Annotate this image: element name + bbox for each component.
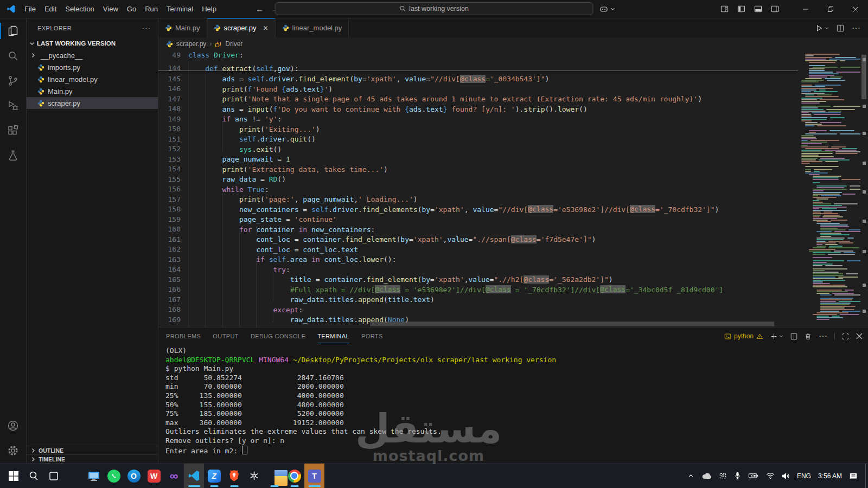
code-line[interactable]: 155raw_data = RD()	[158, 171, 798, 182]
code-line[interactable]: 164try:	[158, 262, 798, 272]
onedrive-icon[interactable]	[701, 472, 712, 479]
taskbar-teams[interactable]: T	[304, 464, 324, 488]
split-terminal-icon[interactable]	[790, 333, 797, 340]
scrollbar-thumb[interactable]	[861, 55, 866, 99]
code-line[interactable]: 49class Driver:	[158, 50, 798, 61]
code-line[interactable]: 169raw_data.titles.append(None)	[158, 312, 798, 322]
new-terminal-button[interactable]	[770, 333, 783, 340]
show-desktop-button[interactable]	[865, 464, 868, 488]
code-line[interactable]: 165title = container.find_element(by='xp…	[158, 272, 798, 282]
taskbar-desktop[interactable]	[84, 464, 104, 488]
horizontal-scrollbar[interactable]	[370, 322, 774, 326]
command-center-search[interactable]: last working version	[275, 2, 593, 15]
code-editor[interactable]: 49class Driver:144def extract(self,gov):…	[158, 50, 798, 327]
menu-edit[interactable]: Edit	[40, 3, 61, 15]
menu-selection[interactable]: Selection	[61, 3, 98, 15]
language-indicator[interactable]: ENG	[797, 472, 811, 480]
workspace-root-folder[interactable]: LAST WORKING VERSION	[27, 37, 158, 49]
toggle-secondary-sidebar-icon[interactable]	[771, 5, 779, 13]
clock[interactable]: 3:56 AM	[818, 472, 842, 480]
activitybar-accounts[interactable]	[0, 413, 26, 438]
vertical-scrollbar[interactable]	[860, 50, 868, 327]
tab-main.py[interactable]: Main.py	[158, 18, 207, 37]
taskbar-search[interactable]	[23, 464, 43, 488]
taskbar-chrome[interactable]	[284, 464, 304, 488]
taskbar-file-explorer[interactable]	[264, 464, 284, 488]
notification-center-icon[interactable]	[849, 472, 858, 480]
split-editor-icon[interactable]	[837, 24, 844, 32]
panel-tab-ports[interactable]: PORTS	[361, 330, 383, 343]
panel-tab-problems[interactable]: PROBLEMS	[166, 330, 201, 343]
toggle-primary-sidebar-icon[interactable]	[737, 5, 745, 13]
code-line[interactable]: 153page_numwait = 1	[158, 151, 798, 162]
code-line[interactable]: 152sys.exit()	[158, 142, 798, 152]
menu-run[interactable]: Run	[141, 3, 162, 15]
code-line[interactable]: 150print('Exiting...')	[158, 121, 798, 132]
menu-view[interactable]: View	[99, 3, 123, 15]
code-line[interactable]: 157print('page:', page_numwait,' Loading…	[158, 191, 798, 202]
nav-back-icon[interactable]: ←	[256, 4, 264, 14]
sidebar-section-timeline[interactable]: TIMELINE	[27, 454, 158, 463]
code-line[interactable]: 151self.driver.quit()	[158, 131, 798, 142]
explorer-more-actions-icon[interactable]: ···	[142, 25, 151, 31]
wifi-icon[interactable]	[766, 472, 775, 479]
code-line[interactable]: 147print('Note that a single page of 45 …	[158, 91, 798, 101]
toggle-panel-icon[interactable]	[754, 5, 762, 13]
menu-terminal[interactable]: Terminal	[162, 3, 197, 15]
code-line[interactable]: 163if self.area in cont_loc.lower():	[158, 252, 798, 262]
code-line[interactable]: 160for container in new_containers:	[158, 222, 798, 232]
close-tab-icon[interactable]: ✕	[263, 24, 269, 32]
activitybar-testing[interactable]	[0, 143, 26, 168]
breadcrumb-file[interactable]: scraper.py	[176, 40, 206, 48]
sidebar-item-__pycache__[interactable]: __pycache__	[27, 49, 158, 61]
code-line[interactable]: 168except:	[158, 302, 798, 312]
menu-file[interactable]: File	[20, 3, 40, 15]
sidebar-item-linear_model-py[interactable]: linear_model.py	[27, 73, 158, 85]
sidebar-item-scraper-py[interactable]: scraper.py	[27, 97, 158, 109]
code-line[interactable]: 145ads = self.driver.find_element(by='xp…	[158, 71, 798, 81]
kill-terminal-icon[interactable]	[805, 333, 812, 340]
maximize-panel-icon[interactable]	[842, 333, 849, 340]
activitybar-source-control[interactable]	[0, 68, 26, 93]
activitybar-settings[interactable]	[0, 438, 26, 463]
panel-tab-output[interactable]: OUTPUT	[213, 330, 239, 343]
tray-chevron-up-icon[interactable]	[687, 472, 694, 479]
activitybar-extensions[interactable]	[0, 118, 26, 143]
terminal-shell-chip[interactable]: python	[724, 332, 763, 340]
panel-more-icon[interactable]: ···	[819, 331, 827, 341]
minimize-button[interactable]	[793, 0, 818, 18]
sidebar-item-main-py[interactable]: Main.py	[27, 85, 158, 97]
activitybar-explorer[interactable]	[0, 18, 26, 43]
breadcrumb-symbol[interactable]: Driver	[225, 40, 242, 48]
taskbar-task-view[interactable]	[43, 464, 63, 488]
code-line[interactable]: 154print('Extracting data, takes time...…	[158, 162, 798, 172]
minimap[interactable]	[798, 50, 860, 327]
battery-icon[interactable]	[748, 472, 759, 479]
run-python-file-button[interactable]	[815, 24, 829, 32]
customize-layout-icon[interactable]	[720, 5, 729, 13]
activitybar-search[interactable]	[0, 43, 26, 68]
taskbar-copilot[interactable]	[63, 464, 84, 488]
restore-button[interactable]	[818, 0, 843, 18]
taskbar-word-red[interactable]: W	[144, 464, 164, 488]
code-line[interactable]: 144def extract(self,gov):	[158, 61, 798, 71]
menu-help[interactable]: Help	[197, 3, 221, 15]
sidebar-item-imports-py[interactable]: imports.py	[27, 61, 158, 73]
more-actions-icon[interactable]: ···	[852, 23, 860, 33]
menu-go[interactable]: Go	[123, 3, 141, 15]
screen-cast-icon[interactable]	[719, 472, 727, 480]
close-panel-icon[interactable]	[856, 333, 863, 339]
panel-tab-debug-console[interactable]: DEBUG CONSOLE	[251, 330, 305, 343]
microphone-icon[interactable]	[734, 472, 741, 480]
taskbar-outlook[interactable]: O	[124, 464, 144, 488]
code-line[interactable]: 158new_containers = self.driver.find_ele…	[158, 202, 798, 212]
close-window-button[interactable]	[843, 0, 868, 18]
taskbar-z-app[interactable]: Z	[204, 464, 224, 488]
panel-tab-terminal[interactable]: TERMINAL	[317, 330, 349, 343]
taskbar-visual-studio[interactable]: ∞	[164, 464, 184, 488]
taskbar-vscode[interactable]	[184, 464, 204, 488]
code-line[interactable]: 161cont_loc = container.find_element(by=…	[158, 232, 798, 242]
taskbar-brave[interactable]	[224, 464, 244, 488]
tab-linear_model.py[interactable]: linear_model.py	[276, 18, 349, 37]
terminal-output[interactable]: (OLX)abdel@DESKTOP-QRRPVCL MINGW64 ~/Des…	[158, 345, 868, 454]
